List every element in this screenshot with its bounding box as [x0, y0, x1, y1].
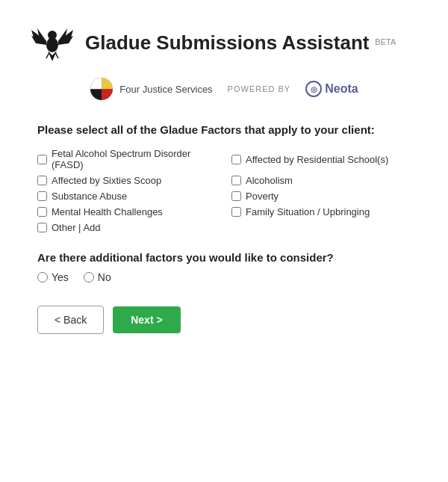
- checkbox-mental-label: Mental Health Challenges: [52, 206, 163, 217]
- app-title-group: Gladue Submissions Assistant BETA: [85, 31, 396, 55]
- checkbox-fasd-input[interactable]: [37, 155, 47, 164]
- gladue-factors-grid: Fetal Alcohol Spectrum Disorder (FASD) A…: [37, 148, 411, 233]
- checkbox-mental-input[interactable]: [37, 207, 47, 217]
- checkbox-poverty-label: Poverty: [246, 191, 279, 202]
- checkbox-residential[interactable]: Affected by Residential School(s): [231, 148, 411, 170]
- checkbox-fasd-label: Fetal Alcohol Spectrum Disorder (FASD): [52, 148, 217, 170]
- powered-by-label: POWERED BY: [228, 84, 291, 93]
- checkbox-residential-label: Affected by Residential School(s): [246, 154, 388, 165]
- four-justice-label: Four Justice Services: [119, 84, 212, 95]
- checkbox-alcoholism-label: Alcoholism: [246, 175, 293, 186]
- question-gladue-factors: Please select all of the Gladue Factors …: [37, 123, 411, 136]
- back-button[interactable]: < Back: [37, 306, 104, 334]
- svg-point-1: [48, 31, 57, 40]
- checkbox-other[interactable]: Other | Add: [37, 222, 217, 233]
- app-title: Gladue Submissions Assistant: [85, 31, 369, 54]
- svg-line-11: [55, 52, 58, 58]
- checkbox-substance-label: Substance Abuse: [52, 191, 127, 202]
- medicine-wheel-icon: [90, 77, 113, 101]
- checkbox-substance-input[interactable]: [37, 191, 47, 201]
- bird-logo: [30, 22, 75, 64]
- additional-factors-radio-group: Yes No: [37, 271, 411, 283]
- checkbox-family[interactable]: Family Situation / Upbringing: [231, 206, 411, 217]
- svg-line-10: [46, 52, 49, 58]
- radio-no-input[interactable]: [84, 272, 94, 282]
- checkbox-other-input[interactable]: [37, 223, 47, 232]
- next-button[interactable]: Next >: [113, 306, 180, 333]
- neota-logo: ◎ Neota: [305, 81, 358, 97]
- buttons-row: < Back Next >: [37, 306, 411, 334]
- checkbox-alcoholism-input[interactable]: [231, 176, 241, 185]
- subheader: Four Justice Services POWERED BY ◎ Neota: [0, 71, 448, 116]
- header: Gladue Submissions Assistant BETA: [0, 0, 448, 71]
- checkbox-sixties-label: Affected by Sixties Scoop: [52, 175, 161, 186]
- powered-by-text: POWERED BY: [228, 84, 291, 93]
- checkbox-sixties[interactable]: Affected by Sixties Scoop: [37, 175, 217, 186]
- radio-yes[interactable]: Yes: [37, 271, 69, 283]
- main-content: Please select all of the Gladue Factors …: [0, 116, 448, 356]
- radio-no[interactable]: No: [84, 271, 111, 283]
- question-additional: Are there additional factors you would l…: [37, 251, 411, 264]
- checkbox-family-label: Family Situation / Upbringing: [246, 206, 370, 217]
- radio-yes-label: Yes: [52, 271, 69, 283]
- checkbox-mental[interactable]: Mental Health Challenges: [37, 206, 217, 217]
- checkbox-family-input[interactable]: [231, 207, 241, 217]
- checkbox-residential-input[interactable]: [231, 155, 241, 164]
- checkbox-poverty[interactable]: Poverty: [231, 191, 411, 202]
- checkbox-fasd[interactable]: Fetal Alcohol Spectrum Disorder (FASD): [37, 148, 217, 170]
- checkbox-poverty-input[interactable]: [231, 191, 241, 201]
- neota-label: Neota: [325, 82, 358, 96]
- neota-icon: ◎: [305, 81, 322, 97]
- radio-yes-input[interactable]: [37, 272, 48, 282]
- checkbox-alcoholism[interactable]: Alcoholism: [231, 175, 411, 186]
- checkbox-sixties-input[interactable]: [37, 176, 47, 185]
- radio-no-label: No: [98, 271, 111, 283]
- beta-badge: BETA: [375, 37, 396, 46]
- checkbox-other-label: Other | Add: [52, 222, 101, 233]
- four-justice-logo: Four Justice Services: [90, 77, 212, 101]
- checkbox-substance[interactable]: Substance Abuse: [37, 191, 217, 202]
